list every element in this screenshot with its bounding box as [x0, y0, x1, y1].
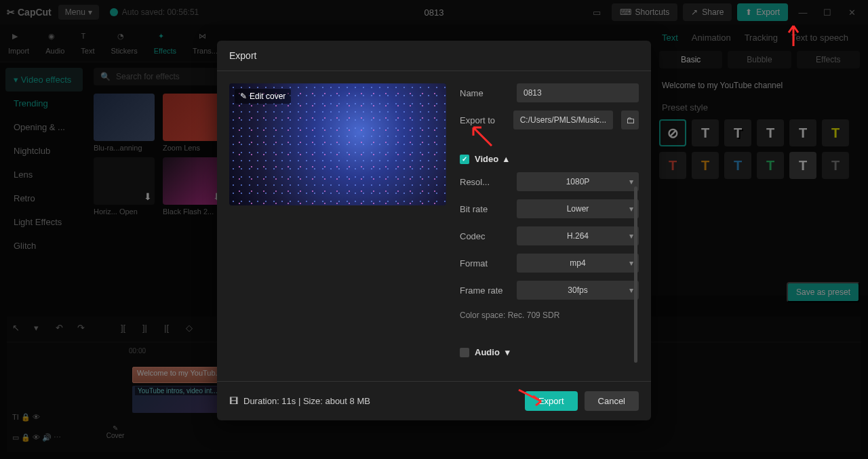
- modal-cancel-button[interactable]: Cancel: [585, 391, 639, 411]
- audio-label: Audio: [475, 347, 500, 357]
- film-icon: 🎞: [229, 396, 238, 406]
- audio-section[interactable]: Audio ▾: [460, 347, 639, 357]
- export-modal: Export ✎ Edit cover Name Export to C:/Us…: [217, 41, 651, 420]
- cover-preview: ✎ Edit cover: [229, 83, 446, 205]
- framerate-label: Frame rate: [460, 285, 509, 296]
- modal-footer: 🎞 Duration: 11s | Size: about 8 MB Expor…: [217, 381, 651, 420]
- name-input[interactable]: [517, 83, 639, 102]
- chevron-down-icon: ▾: [505, 347, 510, 357]
- colorspace-text: Color space: Rec. 709 SDR: [460, 308, 639, 323]
- codec-label: Codec: [460, 231, 509, 241]
- video-section[interactable]: ✓ Video ▴: [460, 154, 639, 164]
- edit-icon: ✎: [240, 92, 247, 101]
- folder-icon: 🗀: [626, 115, 635, 125]
- format-select[interactable]: mp4: [517, 254, 639, 273]
- modal-scrollbar[interactable]: [634, 186, 637, 363]
- modal-body: ✎ Edit cover Name Export to C:/Users/PML…: [217, 71, 651, 381]
- codec-select[interactable]: H.264: [517, 226, 639, 245]
- name-label: Name: [460, 88, 509, 98]
- bitrate-label: Bit rate: [460, 204, 509, 214]
- framerate-select[interactable]: 30fps: [517, 281, 639, 300]
- resolution-label: Resol...: [460, 177, 509, 187]
- bitrate-select[interactable]: Lower: [517, 199, 639, 218]
- video-label: Video: [475, 154, 498, 164]
- exportto-label: Export to: [460, 115, 505, 125]
- modal-export-button[interactable]: Export: [525, 391, 578, 411]
- exportto-value: C:/Users/PMLS/Music...: [513, 111, 613, 129]
- duration-info: 🎞 Duration: 11s | Size: about 8 MB: [229, 396, 370, 406]
- duration-text: Duration: 11s | Size: about 8 MB: [243, 396, 370, 406]
- chevron-up-icon: ▴: [504, 154, 509, 164]
- modal-title: Export: [217, 41, 651, 71]
- edit-cover-label: Edit cover: [250, 92, 285, 101]
- audio-checkbox[interactable]: [460, 348, 469, 357]
- video-checkbox[interactable]: ✓: [460, 155, 469, 164]
- format-label: Format: [460, 258, 509, 268]
- browse-folder-button[interactable]: 🗀: [621, 111, 639, 129]
- edit-cover-button[interactable]: ✎ Edit cover: [235, 89, 291, 104]
- export-form: Name Export to C:/Users/PMLS/Music... 🗀 …: [460, 83, 639, 369]
- resolution-select[interactable]: 1080P: [517, 172, 639, 191]
